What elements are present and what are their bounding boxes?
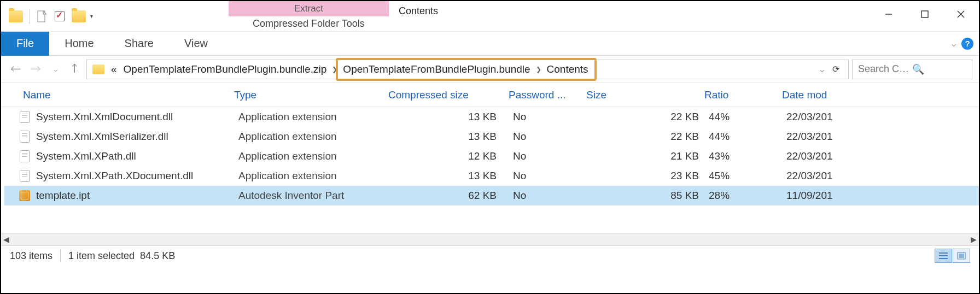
properties-icon[interactable]: [36, 10, 48, 22]
file-row[interactable]: System.Xml.XPath.XDocument.dllApplicatio…: [4, 166, 979, 186]
file-date: 22/03/201: [786, 150, 979, 162]
search-icon: 🔍: [912, 63, 966, 75]
column-size[interactable]: Size: [582, 89, 700, 101]
column-date[interactable]: Date mod: [778, 89, 979, 101]
svg-rect-7: [939, 258, 948, 259]
context-group-label: Extract: [229, 1, 389, 16]
folder-icon: [92, 64, 104, 74]
close-button[interactable]: [943, 4, 979, 24]
forward-button[interactable]: 🡒: [27, 61, 44, 78]
scroll-right-icon[interactable]: ▶: [971, 235, 977, 244]
file-password: No: [513, 111, 591, 123]
breadcrumb-seg-0[interactable]: OpenTemplateFromBundlePlugin.bundle.zip: [120, 60, 330, 79]
horizontal-scrollbar[interactable]: ◀ ▶: [1, 233, 979, 246]
file-tab[interactable]: File: [1, 32, 49, 56]
file-row[interactable]: System.Xml.XmlDocument.dllApplication ex…: [4, 107, 979, 127]
chevron-right-icon[interactable]: ❯: [330, 66, 340, 73]
file-name: System.Xml.XPath.dll: [36, 150, 238, 162]
address-bar[interactable]: « OpenTemplateFromBundlePlugin.bundle.zi…: [86, 60, 849, 79]
file-password: No: [513, 150, 591, 162]
file-csize: 13 KB: [393, 170, 513, 182]
file-type: Application extension: [238, 170, 393, 182]
dll-file-icon: [20, 150, 30, 162]
column-name[interactable]: Name: [19, 89, 230, 101]
tab-view[interactable]: View: [169, 32, 223, 56]
status-selection-size: 84.5 KB: [140, 250, 175, 262]
svg-rect-6: [939, 255, 948, 256]
search-input[interactable]: Search Co... 🔍: [852, 60, 972, 79]
column-headers: Name Type Compressed size Password ... S…: [1, 83, 979, 107]
file-size: 85 KB: [591, 190, 709, 202]
column-compressed-size[interactable]: Compressed size: [384, 89, 504, 101]
tab-home[interactable]: Home: [49, 32, 109, 56]
file-size: 22 KB: [591, 111, 709, 123]
large-icons-view-button[interactable]: [953, 249, 970, 263]
file-ratio: 44%: [709, 131, 786, 143]
qat-dropdown-icon[interactable]: ▾: [90, 13, 93, 19]
back-button[interactable]: 🡐: [8, 61, 24, 78]
status-selection: 1 item selected: [68, 250, 135, 262]
file-row[interactable]: System.Xml.XPath.dllApplication extensio…: [4, 146, 979, 166]
column-ratio[interactable]: Ratio: [700, 89, 778, 101]
context-tab[interactable]: Compressed Folder Tools: [229, 16, 389, 32]
refresh-button[interactable]: ⟳: [829, 62, 843, 77]
dll-file-icon: [20, 111, 30, 123]
window-title: Contents: [389, 1, 871, 31]
scroll-left-icon[interactable]: ◀: [3, 235, 9, 244]
file-row[interactable]: template.iptAutodesk Inventor Part62 KBN…: [4, 186, 979, 205]
file-password: No: [513, 131, 591, 143]
window-controls: [871, 1, 979, 31]
minimize-button[interactable]: [871, 4, 907, 24]
breadcrumb-prefix: «: [108, 60, 120, 79]
status-item-count: 103 items: [10, 250, 52, 262]
ribbon: File Home Share View ⌵ ?: [1, 32, 979, 56]
file-ratio: 43%: [709, 150, 786, 162]
app-icon[interactable]: [9, 10, 23, 22]
dll-file-icon: [20, 170, 30, 182]
up-button[interactable]: 🡑: [67, 61, 83, 78]
file-size: 22 KB: [591, 131, 709, 143]
ribbon-collapse-icon[interactable]: ⌵: [952, 39, 956, 48]
maximize-button[interactable]: [907, 4, 943, 24]
column-type[interactable]: Type: [230, 89, 384, 101]
svg-rect-2: [921, 11, 928, 17]
file-ratio: 45%: [709, 170, 786, 182]
contextual-tab-group: Extract Compressed Folder Tools: [229, 1, 389, 31]
file-date: 22/03/201: [786, 170, 979, 182]
file-csize: 12 KB: [393, 150, 513, 162]
search-placeholder: Search Co...: [858, 63, 912, 75]
breadcrumb-seg-2[interactable]: Contents: [544, 60, 592, 79]
file-type: Autodesk Inventor Part: [238, 190, 393, 202]
recent-dropdown-icon[interactable]: ⌵: [47, 61, 63, 78]
file-date: 11/09/201: [786, 190, 979, 202]
file-csize: 13 KB: [393, 111, 513, 123]
file-date: 22/03/201: [786, 111, 979, 123]
svg-rect-9: [959, 254, 964, 258]
help-icon[interactable]: ?: [961, 38, 973, 50]
ipt-file-icon: [19, 190, 30, 201]
file-name: System.Xml.XmlDocument.dll: [36, 111, 238, 123]
file-row[interactable]: System.Xml.XmlSerializer.dllApplication …: [4, 127, 979, 146]
check-icon[interactable]: [54, 10, 66, 22]
details-view-button[interactable]: [935, 249, 952, 263]
new-folder-icon[interactable]: [72, 10, 86, 22]
file-name: System.Xml.XmlSerializer.dll: [36, 131, 238, 143]
file-csize: 62 KB: [393, 190, 513, 202]
file-csize: 13 KB: [393, 131, 513, 143]
chevron-right-icon[interactable]: ❯: [534, 66, 544, 73]
file-name: template.ipt: [36, 190, 238, 202]
file-ratio: 44%: [709, 111, 786, 123]
dll-file-icon: [20, 131, 30, 143]
file-type: Application extension: [238, 150, 393, 162]
address-dropdown-icon[interactable]: ⌵: [820, 65, 824, 74]
status-bar: 103 items 1 item selected 84.5 KB: [1, 246, 979, 266]
breadcrumb-seg-1[interactable]: OpenTemplateFromBundlePlugin.bundle: [340, 60, 533, 79]
file-name: System.Xml.XPath.XDocument.dll: [36, 170, 238, 182]
navigation-bar: 🡐 🡒 ⌵ 🡑 « OpenTemplateFromBundlePlugin.b…: [1, 56, 979, 83]
column-password[interactable]: Password ...: [504, 89, 582, 101]
tab-share[interactable]: Share: [109, 32, 169, 56]
file-size: 23 KB: [591, 170, 709, 182]
file-list: System.Xml.XmlDocument.dllApplication ex…: [1, 107, 979, 233]
file-type: Application extension: [238, 111, 393, 123]
file-date: 22/03/201: [786, 131, 979, 143]
